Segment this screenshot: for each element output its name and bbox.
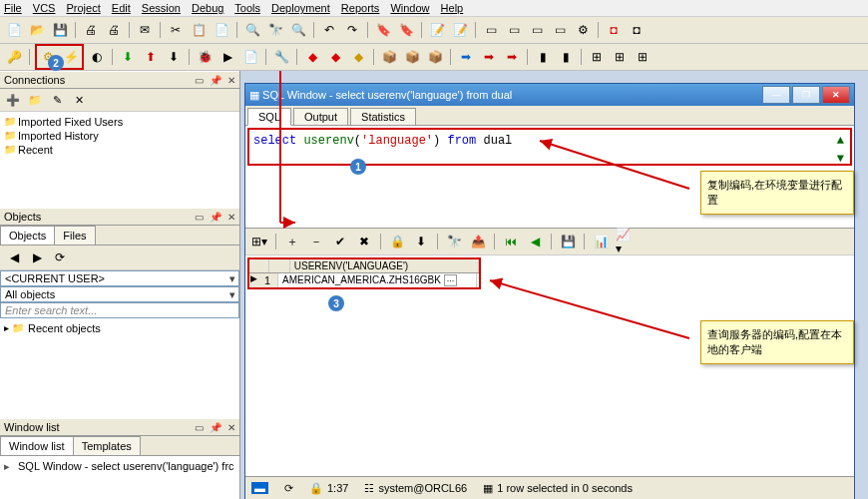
- replace-icon[interactable]: 🔍: [288, 20, 308, 40]
- nav-down-icon[interactable]: ▼: [837, 152, 844, 166]
- tab-windowlist[interactable]: Window list: [0, 436, 74, 455]
- commit-icon[interactable]: ⬇: [118, 47, 138, 67]
- del-row-icon[interactable]: －: [306, 232, 326, 251]
- table-row[interactable]: ▶ 1 AMERICAN_AMERICA.ZHS16GBK ···: [249, 273, 479, 287]
- menu-help[interactable]: Help: [441, 2, 464, 14]
- pin-icon[interactable]: 📌: [210, 212, 221, 223]
- undo-icon[interactable]: ↶: [319, 20, 339, 40]
- menu-session[interactable]: Session: [142, 2, 181, 14]
- back-icon[interactable]: ◀: [4, 248, 24, 267]
- cut-icon[interactable]: ✂: [166, 20, 186, 40]
- grid-icon[interactable]: ⊞: [587, 47, 607, 67]
- objects-list[interactable]: Recent objects: [0, 318, 239, 418]
- redbox3-icon[interactable]: 📦: [425, 47, 445, 67]
- column-header[interactable]: USERENV('LANGUAGE'): [290, 259, 479, 272]
- conn-folder-icon[interactable]: 📁: [26, 91, 44, 109]
- notes2-icon[interactable]: 📝: [450, 20, 470, 40]
- result-grid[interactable]: USERENV('LANGUAGE') ▶ 1 AMERICAN_AMERICA…: [247, 257, 481, 289]
- search-input[interactable]: Enter search text...: [0, 302, 239, 318]
- connections-tree[interactable]: Imported Fixed Users Imported History Re…: [0, 112, 239, 208]
- menu-project[interactable]: Project: [66, 2, 100, 14]
- grid-mode-icon[interactable]: ⊞▾: [249, 232, 269, 251]
- conn-add-icon[interactable]: ➕: [4, 91, 22, 109]
- window4-icon[interactable]: ▭: [550, 20, 570, 40]
- refresh-icon[interactable]: ⟳: [50, 248, 70, 267]
- export-icon[interactable]: 📤: [468, 232, 488, 251]
- tab-statistics[interactable]: Statistics: [350, 108, 416, 125]
- menu-tools[interactable]: Tools: [234, 2, 260, 14]
- prev-icon[interactable]: ◀: [525, 232, 545, 251]
- close-icon[interactable]: ✕: [227, 422, 235, 433]
- stop-icon[interactable]: ◐: [87, 47, 107, 67]
- menu-debug[interactable]: Debug: [192, 2, 223, 14]
- post-icon[interactable]: ✔: [330, 232, 350, 251]
- pin-icon[interactable]: 📌: [210, 422, 221, 433]
- db-icon[interactable]: ◘: [604, 20, 624, 40]
- fwd-icon[interactable]: ▶: [27, 248, 47, 267]
- filter-dropdown[interactable]: All objects: [0, 286, 239, 302]
- fetch-icon[interactable]: ⬇: [411, 232, 431, 251]
- redbox1-icon[interactable]: 📦: [379, 47, 399, 67]
- menu-vcs[interactable]: VCS: [33, 2, 56, 14]
- tab-output[interactable]: Output: [293, 108, 348, 125]
- tree-item[interactable]: Imported Fixed Users: [4, 115, 235, 129]
- minimize-button[interactable]: —: [762, 86, 790, 104]
- print-icon[interactable]: 🖨: [81, 20, 101, 40]
- binoculars-icon[interactable]: 🔭: [265, 20, 285, 40]
- windowlist-body[interactable]: SQL Window - select userenv('language') …: [0, 456, 239, 499]
- red1-icon[interactable]: ◆: [302, 47, 322, 67]
- tree-item[interactable]: Recent: [4, 143, 235, 157]
- rollback-icon[interactable]: ⬆: [141, 47, 161, 67]
- db2-icon[interactable]: ◘: [627, 20, 647, 40]
- dock-icon[interactable]: ▭: [195, 422, 204, 433]
- recent-objects[interactable]: Recent objects: [4, 321, 235, 335]
- dock-icon[interactable]: ▭: [195, 75, 204, 86]
- redbox2-icon[interactable]: 📦: [402, 47, 422, 67]
- first-icon[interactable]: ⏮: [501, 232, 521, 251]
- pin-icon[interactable]: 📌: [210, 75, 221, 86]
- user-dropdown[interactable]: <CURRENT USER>: [0, 270, 239, 286]
- step-icon[interactable]: ▶: [217, 47, 237, 67]
- db3-icon[interactable]: ⬇: [164, 47, 184, 67]
- break-icon[interactable]: ⚡: [61, 47, 81, 67]
- notes-icon[interactable]: 📝: [427, 20, 447, 40]
- close-icon[interactable]: ✕: [227, 212, 235, 223]
- paste-icon[interactable]: 📄: [212, 20, 231, 40]
- find2-icon[interactable]: 🔭: [444, 232, 464, 251]
- refresh-icon[interactable]: ⟳: [284, 482, 293, 495]
- mail-icon[interactable]: ✉: [135, 20, 155, 40]
- dock-icon[interactable]: ▭: [195, 212, 204, 223]
- chart-icon[interactable]: 📊: [591, 232, 611, 251]
- arrow-right2-icon[interactable]: ➡: [479, 47, 499, 67]
- arrow-right-icon[interactable]: ➡: [456, 47, 476, 67]
- bookmark-icon[interactable]: 🔖: [373, 20, 393, 40]
- close-button[interactable]: ✕: [822, 86, 850, 104]
- ellipsis-button[interactable]: ···: [444, 274, 458, 286]
- conn-edit-icon[interactable]: ✎: [48, 91, 66, 109]
- menu-window[interactable]: Window: [390, 2, 429, 14]
- cell-value[interactable]: AMERICAN_AMERICA.ZHS16GBK ···: [278, 273, 477, 287]
- save-icon[interactable]: 💾: [50, 20, 70, 40]
- print2-icon[interactable]: 🖨: [104, 20, 124, 40]
- redo-icon[interactable]: ↷: [342, 20, 362, 40]
- sql-window-titlebar[interactable]: ▦ SQL Window - select userenv('language'…: [245, 84, 854, 106]
- open-icon[interactable]: 📂: [27, 20, 47, 40]
- add-row-icon[interactable]: ＋: [282, 232, 302, 251]
- bar-icon[interactable]: ▮: [533, 47, 553, 67]
- chart2-icon[interactable]: 📈▾: [615, 232, 635, 251]
- save2-icon[interactable]: 💾: [558, 232, 578, 251]
- tab-templates[interactable]: Templates: [73, 436, 141, 455]
- window3-icon[interactable]: ▭: [527, 20, 547, 40]
- windowlist-item[interactable]: SQL Window - select userenv('language') …: [4, 459, 235, 473]
- menu-reports[interactable]: Reports: [341, 2, 380, 14]
- tree-item[interactable]: Imported History: [4, 129, 235, 143]
- sql-editor[interactable]: select userenv('language') from dual ▲ ▼: [247, 128, 852, 166]
- window1-icon[interactable]: ▭: [481, 20, 501, 40]
- tab-objects[interactable]: Objects: [0, 226, 55, 245]
- tab-sql[interactable]: SQL: [247, 108, 291, 126]
- bar2-icon[interactable]: ▮: [556, 47, 576, 67]
- menu-deployment[interactable]: Deployment: [271, 2, 330, 14]
- nav-up-icon[interactable]: ▲: [837, 134, 844, 148]
- debug-icon[interactable]: 🐞: [195, 47, 215, 67]
- grid2-icon[interactable]: ⊞: [610, 47, 630, 67]
